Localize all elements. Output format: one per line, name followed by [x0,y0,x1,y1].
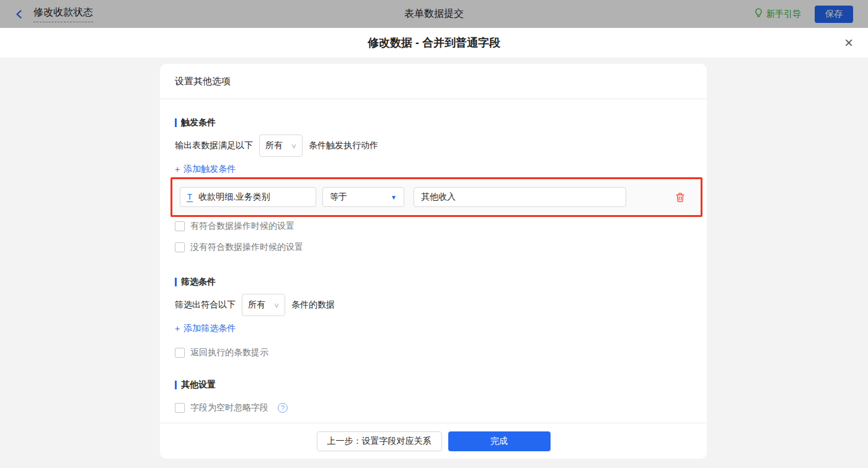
trigger-condition-line: 输出表数据满足以下 所有 ∨ 条件触发执行动作 [175,135,692,157]
filter-condition-line: 筛选出符合以下 所有 ∨ 条件的数据 [175,294,692,316]
checkbox-unchecked[interactable] [175,348,185,358]
add-filter-condition-link[interactable]: + 添加筛选条件 [175,322,236,335]
beginner-guide-link[interactable]: 新手引导 [754,8,801,20]
checkbox-unchecked[interactable] [175,242,185,252]
checkbox-row-return-count[interactable]: 返回执行的条数提示 [175,347,692,359]
filter-match-mode-select[interactable]: 所有 ∨ [242,294,285,316]
filter-line-suffix: 条件的数据 [291,299,335,311]
card-section-header: 设置其他选项 [160,64,707,99]
dialog-title: 修改数据 - 合并到普通字段 [368,35,500,50]
trash-icon [675,192,685,203]
checkbox-row-ignore-empty[interactable]: 字段为空时忽略字段 ? [175,402,692,414]
done-button[interactable]: 完成 [448,431,551,451]
page-title: 表单数据提交 [404,7,464,20]
add-trigger-condition-link[interactable]: + 添加触发条件 [175,163,236,175]
help-question-icon[interactable]: ? [278,403,288,413]
checkbox-row-no-match[interactable]: 没有符合数据操作时候的设置 [175,241,692,254]
filter-line-prefix: 筛选出符合以下 [175,299,236,311]
checkbox-row-has-match[interactable]: 有符合数据操作时候的设置 [175,220,692,232]
section-accent-bar [175,278,177,286]
checkbox-unchecked[interactable] [175,221,185,231]
trigger-section-title: 触发条件 [175,117,692,129]
card-content: 触发条件 输出表数据满足以下 所有 ∨ 条件触发执行动作 + 添加触发条件 T [160,99,707,423]
trigger-match-mode-select[interactable]: 所有 ∨ [259,135,303,157]
condition-field-select[interactable]: T 收款明细.业务类别 [180,187,316,207]
settings-card: 设置其他选项 触发条件 输出表数据满足以下 所有 ∨ 条件触发执行动作 + 添加… [160,64,707,459]
section-accent-bar [175,381,177,389]
trigger-line-prefix: 输出表数据满足以下 [175,140,253,151]
trigger-line-suffix: 条件触发执行动作 [309,140,378,151]
checkbox-unchecked[interactable] [175,403,185,413]
delete-condition-button[interactable] [675,192,685,203]
section-accent-bar [175,118,177,127]
beginner-guide-label: 新手引导 [766,9,801,20]
back-chevron-icon[interactable] [15,10,24,19]
chevron-down-icon: ∨ [291,142,297,150]
dialog-header: 修改数据 - 合并到普通字段 × [0,28,868,58]
condition-row: T 收款明细.业务类别 等于 ▼ 其他收入 [172,179,701,215]
chevron-down-icon: ∨ [273,301,280,309]
dialog-footer: 上一步：设置字段对应关系 完成 [160,423,707,459]
other-section-title: 其他设置 [175,379,692,391]
save-button[interactable]: 保存 [815,6,853,23]
lightbulb-icon [754,8,763,20]
filter-section-title: 筛选条件 [175,276,692,288]
dialog-body: 设置其他选项 触发条件 输出表数据满足以下 所有 ∨ 条件触发执行动作 + 添加… [0,58,868,468]
highlight-annotation-box: T 收款明细.业务类别 等于 ▼ 其他收入 [170,177,702,217]
caret-down-icon: ▼ [391,194,397,201]
previous-step-button[interactable]: 上一步：设置字段对应关系 [317,431,442,451]
text-field-type-icon: T [187,193,193,202]
workflow-title[interactable]: 修改收款状态 [33,6,93,22]
plus-icon: + [175,164,180,174]
plus-icon: + [175,324,180,333]
top-bar: 修改收款状态 表单数据提交 新手引导 保存 [0,0,868,28]
close-icon[interactable]: × [844,35,853,50]
condition-operator-select[interactable]: 等于 ▼ [322,187,404,207]
condition-value-input[interactable]: 其他收入 [414,187,626,207]
